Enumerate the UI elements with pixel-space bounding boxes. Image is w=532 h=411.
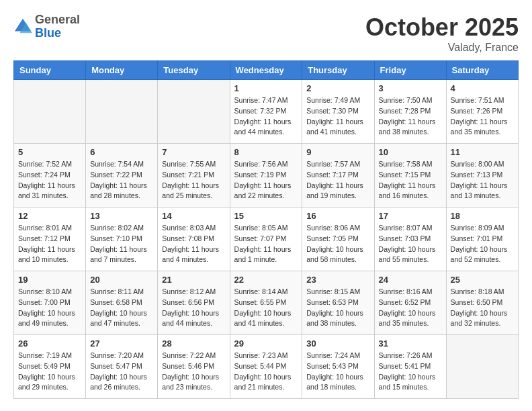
title-block: October 2025 Valady, France [365, 13, 519, 54]
calendar-week-row: 12Sunrise: 8:01 AMSunset: 7:12 PMDayligh… [14, 208, 519, 271]
calendar-day-cell: 9Sunrise: 7:57 AMSunset: 7:17 PMDaylight… [302, 144, 374, 208]
calendar-day-cell [14, 80, 86, 144]
calendar-day-cell: 12Sunrise: 8:01 AMSunset: 7:12 PMDayligh… [14, 208, 86, 271]
day-number: 27 [90, 338, 153, 349]
day-info: Sunrise: 7:23 AMSunset: 5:44 PMDaylight:… [234, 351, 298, 393]
calendar-week-row: 19Sunrise: 8:10 AMSunset: 7:00 PMDayligh… [14, 271, 519, 335]
day-info: Sunrise: 8:03 AMSunset: 7:08 PMDaylight:… [162, 223, 225, 265]
day-number: 12 [18, 211, 81, 221]
logo-general-text: General [35, 13, 80, 26]
day-number: 13 [90, 211, 153, 221]
day-number: 25 [451, 275, 514, 285]
weekday-header-row: SundayMondayTuesdayWednesdayThursdayFrid… [14, 61, 519, 80]
day-number: 11 [451, 147, 514, 157]
calendar-week-row: 26Sunrise: 7:19 AMSunset: 5:49 PMDayligh… [14, 335, 519, 399]
calendar-day-cell: 14Sunrise: 8:03 AMSunset: 7:08 PMDayligh… [158, 208, 230, 271]
calendar-day-cell: 8Sunrise: 7:56 AMSunset: 7:19 PMDaylight… [230, 144, 302, 208]
day-number: 18 [451, 211, 514, 221]
day-number: 26 [18, 338, 81, 349]
day-info: Sunrise: 8:09 AMSunset: 7:01 PMDaylight:… [451, 223, 514, 265]
weekday-header: Monday [86, 61, 158, 80]
calendar-day-cell: 1Sunrise: 7:47 AMSunset: 7:32 PMDaylight… [230, 80, 302, 144]
day-info: Sunrise: 7:24 AMSunset: 5:43 PMDaylight:… [306, 351, 369, 393]
calendar-day-cell: 16Sunrise: 8:06 AMSunset: 7:05 PMDayligh… [302, 208, 374, 271]
calendar-day-cell [158, 80, 230, 144]
calendar-day-cell: 21Sunrise: 8:12 AMSunset: 6:56 PMDayligh… [158, 271, 230, 335]
weekday-header: Wednesday [230, 61, 302, 80]
day-number: 2 [306, 83, 369, 93]
day-number: 14 [162, 211, 225, 221]
weekday-header: Thursday [302, 61, 374, 80]
day-info: Sunrise: 8:12 AMSunset: 6:56 PMDaylight:… [162, 287, 225, 329]
day-number: 30 [306, 338, 369, 349]
day-info: Sunrise: 7:54 AMSunset: 7:22 PMDaylight:… [90, 159, 153, 201]
day-number: 24 [379, 275, 442, 285]
day-info: Sunrise: 7:52 AMSunset: 7:24 PMDaylight:… [18, 159, 81, 201]
day-info: Sunrise: 8:01 AMSunset: 7:12 PMDaylight:… [18, 223, 81, 265]
calendar-day-cell: 24Sunrise: 8:16 AMSunset: 6:52 PMDayligh… [374, 271, 446, 335]
calendar-table: SundayMondayTuesdayWednesdayThursdayFrid… [13, 60, 519, 399]
weekday-header: Friday [374, 61, 446, 80]
day-number: 21 [162, 275, 225, 285]
day-info: Sunrise: 8:06 AMSunset: 7:05 PMDaylight:… [306, 223, 369, 265]
day-number: 7 [162, 147, 225, 157]
calendar-week-row: 1Sunrise: 7:47 AMSunset: 7:32 PMDaylight… [14, 80, 519, 144]
calendar-day-cell: 31Sunrise: 7:26 AMSunset: 5:41 PMDayligh… [374, 335, 446, 399]
calendar-day-cell: 30Sunrise: 7:24 AMSunset: 5:43 PMDayligh… [302, 335, 374, 399]
day-info: Sunrise: 7:47 AMSunset: 7:32 PMDaylight:… [234, 95, 298, 138]
day-number: 4 [451, 83, 514, 93]
day-info: Sunrise: 8:11 AMSunset: 6:58 PMDaylight:… [90, 287, 153, 329]
day-info: Sunrise: 7:19 AMSunset: 5:49 PMDaylight:… [18, 351, 81, 393]
day-number: 20 [90, 275, 153, 285]
day-info: Sunrise: 7:58 AMSunset: 7:15 PMDaylight:… [379, 159, 442, 201]
calendar-day-cell: 23Sunrise: 8:15 AMSunset: 6:53 PMDayligh… [302, 271, 374, 335]
calendar-day-cell: 28Sunrise: 7:22 AMSunset: 5:46 PMDayligh… [158, 335, 230, 399]
day-info: Sunrise: 8:14 AMSunset: 6:55 PMDaylight:… [234, 287, 298, 329]
day-info: Sunrise: 7:56 AMSunset: 7:19 PMDaylight:… [234, 159, 298, 201]
weekday-header: Saturday [446, 61, 518, 80]
calendar-week-row: 5Sunrise: 7:52 AMSunset: 7:24 PMDaylight… [14, 144, 519, 208]
page-header: General Blue October 2025 Valady, France [13, 13, 519, 54]
calendar-day-cell: 2Sunrise: 7:49 AMSunset: 7:30 PMDaylight… [302, 80, 374, 144]
calendar-day-cell: 20Sunrise: 8:11 AMSunset: 6:58 PMDayligh… [86, 271, 158, 335]
weekday-header: Tuesday [158, 61, 230, 80]
day-number: 5 [18, 147, 81, 157]
day-number: 9 [306, 147, 369, 157]
day-number: 15 [234, 211, 298, 221]
calendar-day-cell [446, 335, 518, 399]
day-number: 10 [379, 147, 442, 157]
day-info: Sunrise: 7:55 AMSunset: 7:21 PMDaylight:… [162, 159, 225, 201]
calendar-day-cell: 25Sunrise: 8:18 AMSunset: 6:50 PMDayligh… [446, 271, 518, 335]
day-info: Sunrise: 8:15 AMSunset: 6:53 PMDaylight:… [306, 287, 369, 329]
calendar-day-cell: 4Sunrise: 7:51 AMSunset: 7:26 PMDaylight… [446, 80, 518, 144]
day-number: 31 [379, 338, 442, 349]
calendar-day-cell: 19Sunrise: 8:10 AMSunset: 7:00 PMDayligh… [14, 271, 86, 335]
day-info: Sunrise: 7:26 AMSunset: 5:41 PMDaylight:… [379, 351, 442, 393]
logo: General Blue [13, 13, 80, 40]
day-number: 19 [18, 275, 81, 285]
calendar-day-cell: 18Sunrise: 8:09 AMSunset: 7:01 PMDayligh… [446, 208, 518, 271]
day-number: 23 [306, 275, 369, 285]
calendar-day-cell: 6Sunrise: 7:54 AMSunset: 7:22 PMDaylight… [86, 144, 158, 208]
calendar-day-cell: 26Sunrise: 7:19 AMSunset: 5:49 PMDayligh… [14, 335, 86, 399]
calendar-day-cell: 22Sunrise: 8:14 AMSunset: 6:55 PMDayligh… [230, 271, 302, 335]
day-number: 8 [234, 147, 298, 157]
calendar-day-cell: 15Sunrise: 8:05 AMSunset: 7:07 PMDayligh… [230, 208, 302, 271]
day-number: 6 [90, 147, 153, 157]
day-info: Sunrise: 7:51 AMSunset: 7:26 PMDaylight:… [451, 95, 514, 138]
calendar-day-cell: 5Sunrise: 7:52 AMSunset: 7:24 PMDaylight… [14, 144, 86, 208]
logo-blue-text: Blue [35, 26, 61, 40]
day-info: Sunrise: 8:07 AMSunset: 7:03 PMDaylight:… [379, 223, 442, 265]
day-info: Sunrise: 8:02 AMSunset: 7:10 PMDaylight:… [90, 223, 153, 265]
day-number: 28 [162, 338, 225, 349]
month-title: October 2025 [365, 13, 519, 42]
calendar-day-cell: 27Sunrise: 7:20 AMSunset: 5:47 PMDayligh… [86, 335, 158, 399]
day-info: Sunrise: 7:57 AMSunset: 7:17 PMDaylight:… [306, 159, 369, 201]
day-info: Sunrise: 7:49 AMSunset: 7:30 PMDaylight:… [306, 95, 369, 138]
calendar-day-cell [86, 80, 158, 144]
calendar-day-cell: 3Sunrise: 7:50 AMSunset: 7:28 PMDaylight… [374, 80, 446, 144]
day-info: Sunrise: 8:00 AMSunset: 7:13 PMDaylight:… [451, 159, 514, 201]
day-number: 3 [379, 83, 442, 93]
logo-icon [13, 17, 32, 36]
calendar-day-cell: 17Sunrise: 8:07 AMSunset: 7:03 PMDayligh… [374, 208, 446, 271]
